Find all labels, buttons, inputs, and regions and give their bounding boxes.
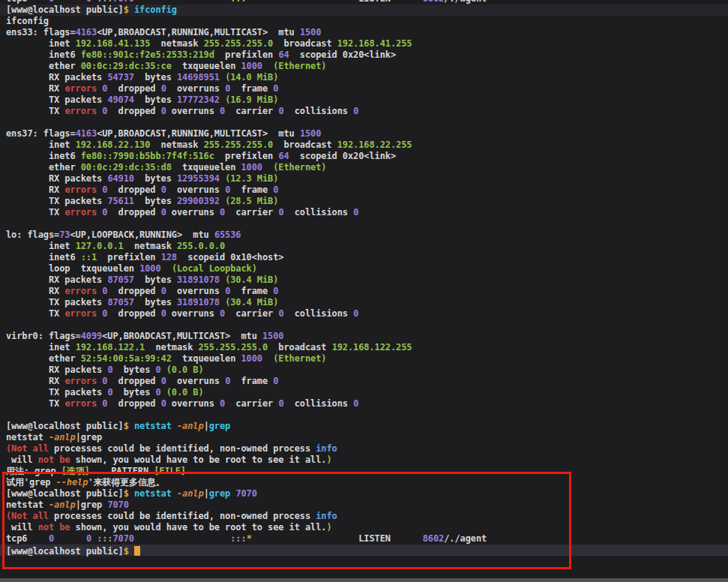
terminal-line: inet6 ::1 prefixlen 128 scopeid 0x10<hos… (0, 252, 728, 263)
terminal-line: ifconfig (0, 16, 728, 27)
terminal-line: RX errors 0 dropped 0 overruns 0 frame 0 (0, 83, 728, 94)
terminal-line: TX packets 49074 bytes 17772342 (16.9 Mi… (0, 94, 728, 106)
terminal-line: RX packets 87057 bytes 31891078 (30.4 Mi… (0, 274, 728, 286)
terminal-line (0, 320, 728, 331)
terminal-line: TX packets 87057 bytes 31891078 (30.4 Mi… (0, 297, 728, 308)
terminal-line: virbr0: flags=4099<UP,BROADCAST,MULTICAS… (0, 331, 728, 342)
terminal-line: inet 192.168.22.130 netmask 255.255.255.… (0, 140, 728, 151)
prompt-line: [www@localhost public]$ netstat -anlp|gr… (0, 421, 728, 432)
bottom-window-edge (0, 578, 728, 582)
terminal-line: inet 127.0.0.1 netmask 255.0.0.0 (0, 241, 728, 252)
netstat-result-line: tcp6 0 0 :::7070 :::* LISTEN 8602/./agen… (0, 533, 728, 544)
terminal-line: RX packets 64910 bytes 12955394 (12.3 Mi… (0, 173, 728, 184)
terminal-line: inet6 fe80::901c:f2e5:2533:219d prefixle… (0, 50, 728, 61)
terminal-line: TX errors 0 dropped 0 overruns 0 carrier… (0, 398, 728, 410)
terminal-line: loop txqueuelen 1000 (Local Loopback) (0, 263, 728, 274)
terminal-line: ens33: flags=4163<UP,BROADCAST,RUNNING,M… (0, 27, 728, 38)
terminal-line: TX packets 75611 bytes 29900392 (28.5 Mi… (0, 196, 728, 207)
terminal-line: will not be shown, you would have to be … (0, 522, 728, 533)
terminal-line: RX packets 54737 bytes 14698951 (14.0 Mi… (0, 72, 728, 83)
terminal-line: ens37: flags=4163<UP,BROADCAST,RUNNING,M… (0, 128, 728, 140)
terminal-line: inet 192.168.41.135 netmask 255.255.255.… (0, 38, 728, 50)
grep-help-hint-line: 试用'grep --help'来获得更多信息。 (0, 477, 728, 488)
terminal-line: ether 00:0c:29:dc:35:ce txqueuelen 1000 … (0, 61, 728, 72)
grep-usage-line: 用法: grep [选项]... PATTERN [FILE]... (0, 466, 728, 477)
terminal-line: inet6 fe80::7990:b5bb:7f4f:516c prefixle… (0, 151, 728, 162)
terminal-line: (Not all processes could be identified, … (0, 511, 728, 522)
terminal-line: (Not all processes could be identified, … (0, 443, 728, 454)
terminal-line (0, 218, 728, 230)
terminal-line: TX packets 0 bytes 0 (0.0 B) (0, 387, 728, 398)
terminal-line: RX errors 0 dropped 0 overruns 0 frame 0 (0, 376, 728, 387)
terminal-line: TX errors 0 dropped 0 overruns 0 carrier… (0, 106, 728, 117)
terminal-line: RX errors 0 dropped 0 overruns 0 frame 0 (0, 286, 728, 297)
terminal-line: TX errors 0 dropped 0 overruns 0 carrier… (0, 207, 728, 218)
terminal-cursor (134, 546, 140, 556)
terminal-line: ether 00:0c:29:dc:35:d8 txqueuelen 1000 … (0, 162, 728, 173)
terminal-line: inet 192.168.122.1 netmask 255.255.255.0… (0, 342, 728, 353)
terminal-screen[interactable]: tcp6 0 0 :::7070 :::* LISTEN 8602/./agen… (0, 0, 728, 556)
terminal-line: netstat -anlp|grep (0, 432, 728, 443)
terminal-line: RX packets 0 bytes 0 (0.0 B) (0, 364, 728, 376)
terminal-line: RX errors 0 dropped 0 overruns 0 frame 0 (0, 184, 728, 196)
prompt-line: [www@localhost public]$ (0, 544, 728, 556)
terminal-line: will not be shown, you would have to be … (0, 454, 728, 466)
terminal-line: netstat -anlp|grep 7070 (0, 500, 728, 511)
terminal-line (0, 410, 728, 421)
prompt-line: [www@localhost public]$ netstat -anlp|gr… (0, 488, 728, 500)
prompt-line: [www@localhost public]$ ifconfig (0, 4, 728, 16)
terminal-line (0, 117, 728, 128)
terminal-line: ether 52:54:00:5a:99:42 txqueuelen 1000 … (0, 353, 728, 364)
terminal-line: TX errors 0 dropped 0 overruns 0 carrier… (0, 308, 728, 320)
terminal-line: lo: flags=73<UP,LOOPBACK,RUNNING> mtu 65… (0, 230, 728, 241)
